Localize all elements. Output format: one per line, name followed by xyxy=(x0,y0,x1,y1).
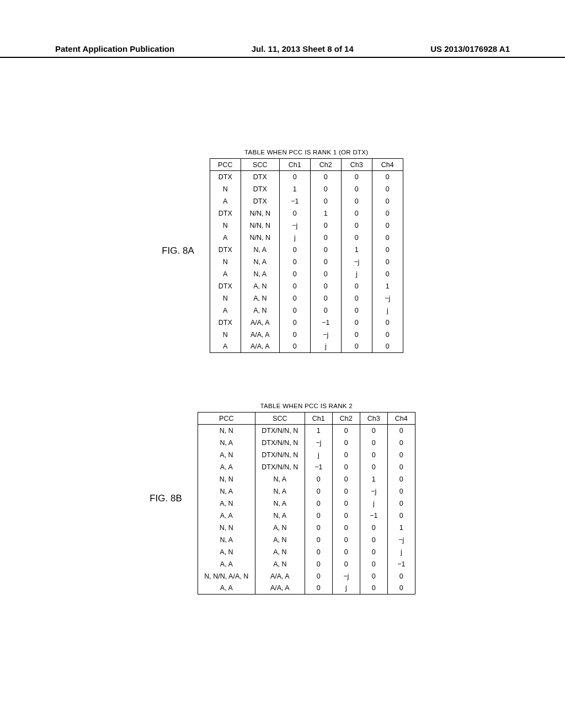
table-cell: DTX xyxy=(210,280,241,292)
table-cell: 0 xyxy=(279,268,310,280)
table-cell: 0 xyxy=(279,317,310,329)
table-cell: 0 xyxy=(279,304,310,317)
table-cell: −j xyxy=(305,437,332,449)
figure-8a-table-wrapper: TABLE WHEN PCC IS RANK 1 (OR DTX) PCCSCC… xyxy=(210,149,403,353)
table-row: N, NDTX/N/N, N1000 xyxy=(198,425,415,437)
figure-8b-block: FIG. 8B TABLE WHEN PCC IS RANK 2 PCCSCCC… xyxy=(0,403,565,595)
table-cell: 0 xyxy=(305,534,332,546)
table-cell: N, A xyxy=(198,437,255,449)
table-row: DTXN, A0010 xyxy=(210,244,403,256)
table-cell: 0 xyxy=(372,317,403,329)
table-header-cell: Ch1 xyxy=(279,159,310,171)
table-cell: j xyxy=(332,582,360,595)
content-area: FIG. 8A TABLE WHEN PCC IS RANK 1 (OR DTX… xyxy=(0,149,565,728)
table-cell: 0 xyxy=(372,183,403,195)
table-cell: 0 xyxy=(279,329,310,341)
table-cell: A xyxy=(210,268,241,280)
table-row: A, NA, N000j xyxy=(198,546,415,558)
table-cell: A xyxy=(210,304,241,317)
table-cell: A, N xyxy=(255,558,305,570)
table-row: AN, A00j0 xyxy=(210,268,403,280)
table-cell: 0 xyxy=(305,570,332,582)
table-cell: 0 xyxy=(332,510,360,522)
figure-8b-label: FIG. 8B xyxy=(150,493,182,504)
table-cell: 0 xyxy=(332,497,360,510)
table-cell: 0 xyxy=(341,280,372,292)
table-cell: 0 xyxy=(387,582,415,595)
table-cell: 0 xyxy=(372,256,403,268)
table-cell: 0 xyxy=(372,232,403,244)
table-cell: 0 xyxy=(341,292,372,304)
table-cell: A, N xyxy=(241,280,279,292)
figure-8b-table: PCCSCCCh1Ch2Ch3Ch4 N, NDTX/N/N, N1000N, … xyxy=(198,412,415,595)
table-cell: 0 xyxy=(387,570,415,582)
figure-8a-block: FIG. 8A TABLE WHEN PCC IS RANK 1 (OR DTX… xyxy=(0,149,565,353)
table-cell: 0 xyxy=(310,304,341,317)
table-cell: 0 xyxy=(341,183,372,195)
table-cell: 0 xyxy=(305,473,332,485)
table-row: DTXA/A, A0−100 xyxy=(210,317,403,329)
table-cell: 0 xyxy=(372,207,403,220)
table-cell: 0 xyxy=(360,582,387,595)
table-cell: N/N, N xyxy=(241,220,279,232)
table-row: A, NDTX/N/N, Nj000 xyxy=(198,449,415,461)
table-cell: N xyxy=(210,256,241,268)
table-row: A, AN, A00−10 xyxy=(198,510,415,522)
table-cell: 0 xyxy=(332,534,360,546)
table-cell: A xyxy=(210,232,241,244)
table-row: NA/A, A0−j00 xyxy=(210,329,403,341)
table-cell: DTX xyxy=(241,183,279,195)
table-cell: −1 xyxy=(279,195,310,207)
table-header-cell: Ch3 xyxy=(360,413,387,425)
table-header-cell: SCC xyxy=(255,413,305,425)
table-cell: 0 xyxy=(372,220,403,232)
table-cell: 0 xyxy=(279,207,310,220)
table-cell: 0 xyxy=(305,546,332,558)
table-cell: A, N xyxy=(255,534,305,546)
header-center: Jul. 11, 2013 Sheet 8 of 14 xyxy=(252,44,354,53)
table-cell: 1 xyxy=(310,207,341,220)
table-row: N, NA, N0001 xyxy=(198,522,415,534)
table-row: A, AA/A, A0j00 xyxy=(198,582,415,595)
table-cell: 0 xyxy=(341,207,372,220)
table-cell: 0 xyxy=(279,280,310,292)
table-cell: N xyxy=(210,329,241,341)
table-header-cell: PCC xyxy=(210,159,241,171)
table-cell: DTX xyxy=(210,244,241,256)
table-row: NA, N000−j xyxy=(210,292,403,304)
table-cell: A/A, A xyxy=(241,317,279,329)
table-cell: 0 xyxy=(360,437,387,449)
table-row: N, AA, N000−j xyxy=(198,534,415,546)
table-cell: 0 xyxy=(341,317,372,329)
table-cell: 0 xyxy=(341,329,372,341)
table-cell: DTX xyxy=(241,195,279,207)
table-cell: A, A xyxy=(198,558,255,570)
table-row: NN, A00−j0 xyxy=(210,256,403,268)
table-cell: N, N/N, A/A, N xyxy=(198,570,255,582)
table-cell: DTX xyxy=(210,317,241,329)
table-cell: A, N xyxy=(198,449,255,461)
table-cell: DTX/N/N, N xyxy=(255,449,305,461)
table-cell: −1 xyxy=(360,510,387,522)
table-cell: 1 xyxy=(279,183,310,195)
table-cell: −1 xyxy=(387,558,415,570)
table-cell: N, A xyxy=(198,534,255,546)
table-row: N, NN, A0010 xyxy=(198,473,415,485)
table-cell: A, N xyxy=(198,497,255,510)
header-right: US 2013/0176928 A1 xyxy=(430,44,510,53)
table-cell: 0 xyxy=(332,473,360,485)
table-cell: 0 xyxy=(360,522,387,534)
table-cell: −j xyxy=(387,534,415,546)
table-cell: 1 xyxy=(341,244,372,256)
table-cell: DTX/N/N, N xyxy=(255,437,305,449)
table-cell: 0 xyxy=(360,546,387,558)
table-row: DTXDTX0000 xyxy=(210,171,403,183)
table-cell: j xyxy=(310,341,341,353)
table-cell: j xyxy=(372,304,403,317)
table-cell: DTX xyxy=(241,171,279,183)
table-row: N, AN, A00−j0 xyxy=(198,485,415,497)
table-cell: N, A xyxy=(255,510,305,522)
table-cell: 0 xyxy=(305,558,332,570)
table-cell: −j xyxy=(360,485,387,497)
table-row: A, NN, A00j0 xyxy=(198,497,415,510)
